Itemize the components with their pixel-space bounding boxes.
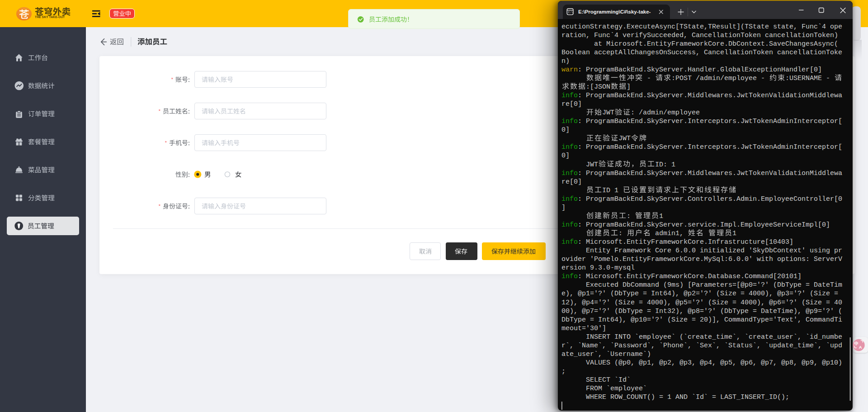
svg-text:C:\: C:\ <box>568 11 573 14</box>
svg-text:A: A <box>859 345 862 350</box>
